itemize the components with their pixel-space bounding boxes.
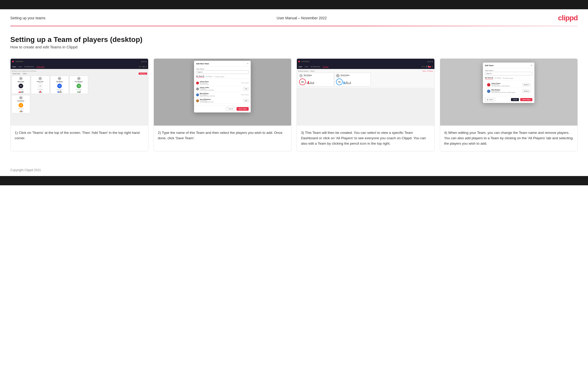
screen1-subheading: Showing 5 out of 5 players from: All Pla…: [12, 70, 147, 72]
nav-teams: My My Teams: [37, 66, 45, 68]
add-team-btn[interactable]: Add Team: [139, 73, 147, 75]
screen1-controls-row: Player Cards Teams Add Team: [12, 73, 147, 75]
player-info-2: 1 Handicap: [38, 82, 43, 83]
edit-tab-all-players[interactable]: All Players: [495, 77, 501, 79]
player-avatar-5: RB: [19, 96, 23, 100]
screen3-logo: [298, 61, 300, 62]
filter-checkbox[interactable]: [214, 76, 215, 77]
save-team-button[interactable]: Save Team: [237, 107, 249, 111]
edit-player-2: Blair McHarg Plus HandicapRoyal North De…: [485, 88, 532, 94]
cb6: [350, 82, 351, 84]
score-avatar-2: [336, 74, 340, 77]
add-player-4-button[interactable]: Add: [243, 99, 249, 102]
player-1-info: Adrian Player Plus HandicapThe Shire Lon…: [200, 81, 209, 85]
header-section-label: Setting up your teams: [10, 16, 45, 20]
handicap-badge-3: 94: [57, 84, 62, 88]
nav-home: Home: [19, 66, 22, 67]
tab-my-team[interactable]: My Team (2): [196, 75, 204, 78]
card-1-screenshot: clippd Home My Performance My My Teams S…: [11, 59, 148, 126]
score-card-1-header: Blair McHarg Plus Handicap: [299, 74, 333, 77]
cb1: [343, 82, 345, 84]
bar1: [39, 91, 40, 93]
bottom-bar: [0, 176, 588, 185]
cb2: [345, 82, 346, 84]
edit-team-name-input[interactable]: Team A: [485, 72, 532, 75]
screen1: clippd Home My Performance My My Teams S…: [11, 59, 148, 126]
s3-logo: clippd: [298, 66, 302, 67]
edit-dialog-close[interactable]: ✕: [531, 64, 532, 67]
bar2: [21, 110, 21, 112]
score-info-1: Blair McHarg Plus Handicap: [304, 74, 312, 77]
team-name-label: Team Name *: [196, 68, 249, 70]
player-1-detail: Plus HandicapThe Shire London: [200, 82, 209, 85]
bar3: [21, 92, 21, 93]
player-cards-row2: RB Richard Butler Plus Handicap 72 Playe…: [12, 95, 147, 113]
card-3-screenshot: clippd Home My Performance My Teams Add …: [297, 59, 434, 126]
bar2: [79, 92, 79, 93]
player-2-detail: 1 HandicapCentral London Golf Centre: [200, 88, 214, 91]
bar3: [60, 90, 61, 93]
card-2: Add New Team ✕ Team Name * Team A My Tea…: [154, 58, 292, 151]
screen1-nav: clippd Home My Performance My My Teams: [11, 64, 148, 69]
mini-bars-1: [19, 90, 23, 93]
handicap-badge-4: 78: [77, 84, 81, 88]
edit-save-team-button[interactable]: Save Team: [520, 98, 532, 101]
player-card-4: DB Dave Billingham 3.5 Handicap 78 Playe…: [70, 76, 88, 94]
bar3: [80, 91, 80, 93]
cb4: [310, 82, 312, 84]
cb1: [307, 82, 308, 84]
player-item-4-left: Dave Billingham 3.5 HandicapThe Dog Magi…: [196, 99, 213, 103]
score-card-2: Richard Butler Plus Handicap 72: [335, 73, 371, 86]
edit-dialog-title: Edit Team: [485, 65, 493, 66]
card-4-screenshot: Edit Team ✕ Team Name * Team A My Team (…: [440, 59, 578, 126]
handicap-badge-1: 84: [19, 84, 23, 88]
delete-team-button[interactable]: 🗑 Delete: [485, 98, 495, 101]
s3-avatar: [426, 66, 427, 67]
add-team-dialog: Add New Team ✕ Team Name * Team A My Tea…: [194, 61, 251, 112]
edit-filter[interactable]: Filter by name: [503, 77, 513, 79]
remove-player-1-button[interactable]: Remove: [523, 83, 531, 86]
filter-by-name[interactable]: Filter by name: [214, 76, 224, 77]
screen3-inner: clippd Home My Performance My Teams Add …: [297, 59, 434, 88]
player-avatar-4: DB: [77, 77, 81, 80]
mini-bars-2: [39, 90, 42, 93]
mini-bars-5: [20, 110, 22, 112]
player-3-detail: Plus HandicapRoyal North Devon Golf Club: [200, 94, 215, 97]
score-circle-2: 72: [336, 78, 343, 85]
cb4: [347, 82, 348, 84]
cancel-button[interactable]: Cancel: [226, 107, 236, 111]
player-4-detail: 3.5 HandicapThe Dog Maging Golf Club: [200, 100, 213, 103]
edit-team-name-label: Team Name *: [485, 70, 532, 71]
nav-right: [139, 66, 147, 67]
remove-player-2-button[interactable]: Remove: [523, 90, 531, 93]
card-4-text: 4) When editing your Team, you can chang…: [440, 126, 578, 151]
edit-avatar-1: [487, 83, 490, 86]
team-name-input[interactable]: Team A: [196, 70, 249, 74]
s3-label: Showing 2 players — Team A: [298, 70, 315, 72]
player-card-5: RB Richard Butler Plus Handicap 72 Playe…: [12, 95, 30, 113]
edit-cancel-button[interactable]: Cancel: [511, 98, 519, 101]
player-avatar-1: [196, 82, 199, 84]
screen3: clippd Home My Performance My Teams Add …: [297, 59, 434, 126]
player-info-1: Plus Handicap: [18, 82, 24, 83]
s3-add-team[interactable]: Add Team: [428, 66, 431, 67]
score-name-2: Richard Butler: [341, 74, 349, 76]
edit-avatar-2: [487, 90, 490, 93]
player-item-1-left: Adrian Player Plus HandicapThe Shire Lon…: [196, 81, 209, 85]
edit-filter-checkbox[interactable]: [503, 77, 504, 79]
add-player-2-button[interactable]: Add: [243, 87, 249, 90]
s3-teams: My Teams: [323, 66, 329, 68]
dialog-close-icon[interactable]: ✕: [247, 63, 249, 65]
edit-tab-my-team[interactable]: My Team (2): [485, 77, 493, 79]
player-item-3-left: Blair McHarg Plus HandicapRoyal North De…: [196, 93, 215, 97]
player-avatar-2: AC: [38, 77, 42, 80]
player-avatar-3: BM: [58, 77, 61, 80]
player-item-3: Blair McHarg Plus HandicapRoyal North De…: [196, 92, 249, 98]
bar2: [40, 91, 41, 93]
player-avatar-3: [196, 93, 199, 96]
bar1: [19, 92, 19, 93]
cb6: [313, 82, 314, 84]
card-1-text: 1) Click on 'Teams' at the top of the sc…: [11, 126, 148, 151]
tab-all-players[interactable]: All Players: [206, 76, 213, 78]
trash-icon: 🗑: [487, 99, 489, 100]
